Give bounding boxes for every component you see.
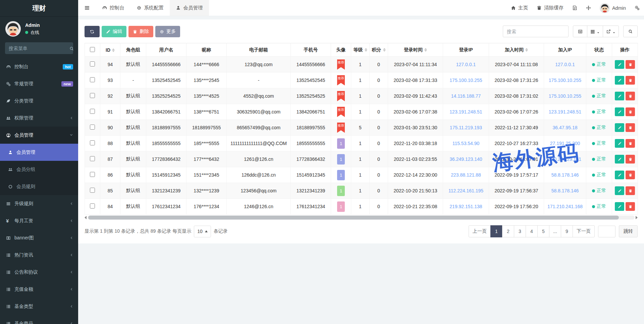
column-header-join_time[interactable]: 加入时间: [489, 43, 544, 57]
join-ip-link[interactable]: 36.47.95.18: [553, 125, 578, 130]
nav-action-settings[interactable]: [630, 0, 644, 16]
nav-tab-系统配置[interactable]: 系统配置: [130, 0, 170, 16]
row-checkbox[interactable]: [90, 203, 95, 209]
sidebar-item-会员管理[interactable]: 会员管理: [0, 127, 78, 144]
sort-icon[interactable]: [383, 48, 386, 52]
columns-button[interactable]: [587, 26, 603, 37]
sort-icon[interactable]: [365, 48, 367, 52]
row-delete-button[interactable]: [626, 139, 635, 148]
toggle-view-button[interactable]: [573, 26, 587, 37]
page-button-上一页[interactable]: 上一页: [469, 225, 491, 237]
nav-action-fullscreen[interactable]: [582, 0, 595, 16]
nav-action-clear-cache[interactable]: 清除缓存: [532, 0, 568, 16]
login-ip-link[interactable]: 115.53.54.90: [452, 141, 480, 146]
sidebar-item-每月工资[interactable]: ¥每月工资: [0, 212, 78, 229]
page-button-3[interactable]: 3: [514, 225, 526, 237]
sidebar-item-分类管理[interactable]: 分类管理: [0, 92, 78, 109]
sidebar-item-基金商品[interactable]: 基金商品: [0, 315, 78, 324]
row-edit-button[interactable]: [615, 123, 624, 132]
page-size-select[interactable]: 10: [194, 226, 211, 237]
submenu-item-会员规则[interactable]: 会员规则: [0, 178, 78, 195]
row-delete-button[interactable]: [626, 107, 635, 116]
join-ip-link[interactable]: 58.8.178.146: [551, 188, 579, 193]
login-ip-link[interactable]: 175.11.219.193: [450, 125, 482, 130]
scroll-right-icon[interactable]: [636, 216, 638, 219]
sidebar-item-公告和协议[interactable]: 公告和协议: [0, 264, 78, 281]
sort-icon[interactable]: [112, 48, 115, 52]
row-edit-button[interactable]: [615, 155, 624, 164]
row-edit-button[interactable]: [615, 202, 624, 211]
sidebar-item-banner图[interactable]: banner图: [0, 229, 78, 246]
row-delete-button[interactable]: [626, 202, 635, 211]
row-checkbox[interactable]: [90, 140, 95, 145]
column-header-level[interactable]: 等级: [351, 43, 370, 57]
page-button-9[interactable]: 9: [561, 225, 573, 237]
column-header-score[interactable]: 积分: [370, 43, 388, 57]
delete-button[interactable]: 删除: [128, 26, 153, 37]
row-delete-button[interactable]: [626, 76, 635, 85]
edit-button[interactable]: 编辑: [102, 26, 126, 37]
row-delete-button[interactable]: [626, 171, 635, 179]
row-edit-button[interactable]: [615, 186, 624, 195]
login-ip-link[interactable]: 219.92.151.138: [449, 204, 482, 209]
column-header-id[interactable]: ID: [100, 43, 120, 57]
sort-icon[interactable]: [525, 48, 528, 52]
scrollbar-thumb[interactable]: [88, 216, 619, 220]
page-button-5[interactable]: 5: [537, 225, 549, 237]
login-ip-link[interactable]: 112.224.161.195: [448, 188, 483, 193]
login-ip-link[interactable]: 175.100.10.255: [449, 78, 482, 83]
join-ip-link[interactable]: 127.0.0.1: [555, 62, 575, 67]
row-checkbox[interactable]: [90, 61, 95, 66]
scroll-left-icon[interactable]: [85, 216, 87, 219]
row-checkbox[interactable]: [90, 172, 95, 177]
row-edit-button[interactable]: [615, 171, 624, 179]
submenu-item-会员分组[interactable]: 会员分组: [0, 161, 78, 178]
page-jump-input[interactable]: [598, 226, 615, 237]
join-ip-link[interactable]: 27.191.25.200: [550, 141, 580, 146]
refresh-button[interactable]: [85, 26, 100, 37]
login-ip-link[interactable]: 127.0.0.1: [456, 62, 476, 67]
row-delete-button[interactable]: [626, 92, 635, 100]
row-delete-button[interactable]: [626, 123, 635, 132]
join-ip-link[interactable]: 123.191.248.51: [549, 109, 581, 114]
more-button[interactable]: 更多: [155, 26, 180, 37]
select-all-checkbox[interactable]: [90, 47, 95, 52]
row-checkbox[interactable]: [90, 156, 95, 161]
login-ip-link[interactable]: 36.249.123.140: [449, 156, 482, 162]
nav-tab-控制台[interactable]: 控制台: [96, 0, 130, 16]
row-edit-button[interactable]: [615, 139, 624, 148]
nav-action-home[interactable]: 主页: [506, 0, 532, 16]
sidebar-item-基金类型[interactable]: 基金类型: [0, 298, 78, 315]
sidebar-item-常规管理[interactable]: 常规管理new: [0, 75, 78, 92]
nav-action-user-menu[interactable]: Admin: [595, 0, 630, 16]
join-ip-link[interactable]: 120.226.29.141: [549, 156, 581, 162]
join-ip-link[interactable]: 175.100.10.255: [549, 78, 581, 83]
page-button-2[interactable]: 2: [502, 225, 514, 237]
page-button-...[interactable]: ...: [549, 225, 561, 237]
scrollbar-track[interactable]: [88, 216, 635, 220]
sidebar-item-热门资讯[interactable]: 热门资讯: [0, 246, 78, 264]
login-ip-link[interactable]: 223.88.121.88: [451, 172, 481, 178]
join-ip-link[interactable]: 175.100.10.255: [549, 93, 581, 99]
sidebar-toggle-button[interactable]: [78, 0, 96, 16]
row-checkbox[interactable]: [90, 109, 95, 114]
submenu-item-会员管理[interactable]: 会员管理: [0, 144, 78, 161]
nav-action-language[interactable]: [568, 0, 582, 16]
sidebar-item-权限管理[interactable]: 权限管理: [0, 109, 78, 127]
sidebar-item-控制台[interactable]: 控制台hot: [0, 58, 78, 75]
login-ip-link[interactable]: 123.191.248.51: [449, 109, 482, 114]
login-ip-link[interactable]: 14.116.188.77: [451, 93, 481, 99]
page-button-下一页[interactable]: 下一页: [573, 225, 595, 237]
row-delete-button[interactable]: [626, 60, 635, 69]
row-delete-button[interactable]: [626, 186, 635, 195]
join-ip-link[interactable]: 171.210.241.168: [547, 204, 583, 209]
row-delete-button[interactable]: [626, 155, 635, 164]
sort-icon[interactable]: [424, 48, 427, 52]
row-edit-button[interactable]: [615, 60, 624, 69]
row-checkbox[interactable]: [90, 188, 95, 193]
row-checkbox[interactable]: [90, 93, 95, 98]
menu-search-input[interactable]: [9, 46, 69, 51]
column-header-login_time[interactable]: 登录时间: [388, 43, 443, 57]
row-checkbox[interactable]: [90, 125, 95, 130]
page-button-1[interactable]: 1: [490, 225, 502, 237]
